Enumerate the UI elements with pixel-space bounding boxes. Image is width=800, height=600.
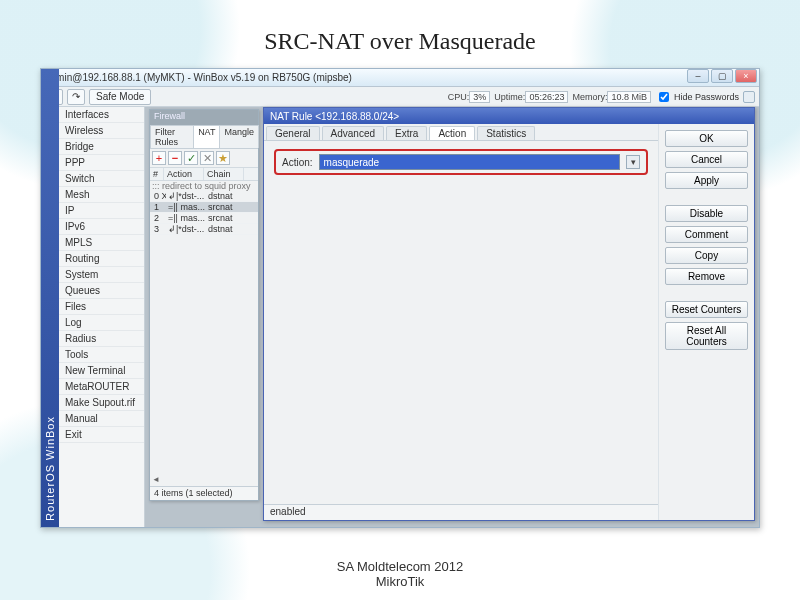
menu-item-switch[interactable]: Switch xyxy=(59,171,144,187)
ok-button[interactable]: OK xyxy=(665,130,748,147)
remove-rule-button[interactable]: − xyxy=(168,151,182,165)
nat-tab-statistics[interactable]: Statistics xyxy=(477,126,535,140)
firewall-comment-row: ::: redirect to squid proxy xyxy=(150,181,258,191)
comment-rule-button[interactable]: ★ xyxy=(216,151,230,165)
menu-item-files[interactable]: Files xyxy=(59,299,144,315)
nat-rule-window: NAT Rule <192.168.88.0/24> GeneralAdvanc… xyxy=(263,107,755,521)
firewall-tab-nat[interactable]: NAT xyxy=(193,125,220,148)
action-label: Action: xyxy=(282,157,313,168)
menu-item-queues[interactable]: Queues xyxy=(59,283,144,299)
firewall-tab-mangle[interactable]: Mangle xyxy=(219,125,259,148)
disable-button[interactable]: Disable xyxy=(665,205,748,222)
firewall-tabs: Filter RulesNATMangle xyxy=(150,125,258,149)
main-toolbar: ↶ ↷ Safe Mode CPU:3% Uptime:05:26:23 Mem… xyxy=(41,87,759,107)
menu-item-log[interactable]: Log xyxy=(59,315,144,331)
firewall-status: 4 items (1 selected) xyxy=(150,486,258,500)
firewall-window: Firewall Filter RulesNATMangle + − ✓ ✕ ★… xyxy=(149,109,259,501)
menu-item-ipv6[interactable]: IPv6 xyxy=(59,219,144,235)
scroll-left-icon[interactable]: ◄ xyxy=(152,475,160,484)
menu-item-routing[interactable]: Routing xyxy=(59,251,144,267)
nat-tab-general[interactable]: General xyxy=(266,126,320,140)
nat-rule-buttons: OK Cancel Apply Disable Comment Copy Rem… xyxy=(658,124,754,520)
minimize-button[interactable]: – xyxy=(687,69,709,83)
menu-item-bridge[interactable]: Bridge xyxy=(59,139,144,155)
winbox-window: admin@192.168.88.1 (MyMKT) - WinBox v5.1… xyxy=(40,68,760,528)
menu-item-system[interactable]: System xyxy=(59,267,144,283)
menu-item-manual[interactable]: Manual xyxy=(59,411,144,427)
menu-item-new-terminal[interactable]: New Terminal xyxy=(59,363,144,379)
menu-item-wireless[interactable]: Wireless xyxy=(59,123,144,139)
firewall-table-header: # Action Chain xyxy=(150,168,258,181)
cpu-stat: CPU:3% xyxy=(448,92,491,102)
disable-rule-button[interactable]: ✕ xyxy=(200,151,214,165)
table-row[interactable]: 1=|| mas...srcnat xyxy=(150,202,258,213)
uptime-stat: Uptime:05:26:23 xyxy=(494,92,568,102)
add-rule-button[interactable]: + xyxy=(152,151,166,165)
cancel-button[interactable]: Cancel xyxy=(665,151,748,168)
nat-tab-extra[interactable]: Extra xyxy=(386,126,427,140)
firewall-rows: 0 X↲|*dst-...dstnat1=|| mas...srcnat2=||… xyxy=(150,191,258,235)
nat-tab-action[interactable]: Action xyxy=(429,126,475,140)
slide-footer: SA Moldtelecom 2012 MikroTik xyxy=(0,559,800,590)
nat-rule-title: NAT Rule <192.168.88.0/24> xyxy=(264,108,754,124)
menu-item-make-supout-rif[interactable]: Make Supout.rif xyxy=(59,395,144,411)
vertical-brand-bar: RouterOS WinBox xyxy=(41,69,59,527)
titlebar: admin@192.168.88.1 (MyMKT) - WinBox v5.1… xyxy=(41,69,759,87)
menu-item-metarouter[interactable]: MetaROUTER xyxy=(59,379,144,395)
nat-rule-tabs: GeneralAdvancedExtraActionStatistics xyxy=(264,124,658,140)
menu-item-tools[interactable]: Tools xyxy=(59,347,144,363)
menu-item-exit[interactable]: Exit xyxy=(59,427,144,443)
enable-rule-button[interactable]: ✓ xyxy=(184,151,198,165)
menu-item-mesh[interactable]: Mesh xyxy=(59,187,144,203)
firewall-toolbar: + − ✓ ✕ ★ xyxy=(150,149,258,168)
menu-item-mpls[interactable]: MPLS xyxy=(59,235,144,251)
close-button[interactable]: × xyxy=(735,69,757,83)
slide-title: SRC-NAT over Masquerade xyxy=(0,28,800,55)
reset-counters-button[interactable]: Reset Counters xyxy=(665,301,748,318)
apply-button[interactable]: Apply xyxy=(665,172,748,189)
action-field-highlight: Action: masquerade ▾ xyxy=(274,149,648,175)
copy-button[interactable]: Copy xyxy=(665,247,748,264)
redo-button[interactable]: ↷ xyxy=(67,89,85,105)
firewall-title: Firewall xyxy=(150,110,258,125)
table-row[interactable]: 3↲|*dst-...dstnat xyxy=(150,224,258,235)
comment-button[interactable]: Comment xyxy=(665,226,748,243)
remove-button[interactable]: Remove xyxy=(665,268,748,285)
nat-rule-status: enabled xyxy=(264,504,658,520)
action-dropdown[interactable]: masquerade xyxy=(319,154,620,170)
firewall-tab-filter-rules[interactable]: Filter Rules xyxy=(150,125,194,148)
menu-item-ip[interactable]: IP xyxy=(59,203,144,219)
side-menu: InterfacesWirelessBridgePPPSwitchMeshIPI… xyxy=(59,107,145,527)
menu-item-ppp[interactable]: PPP xyxy=(59,155,144,171)
menu-item-interfaces[interactable]: Interfaces xyxy=(59,107,144,123)
window-title: admin@192.168.88.1 (MyMKT) - WinBox v5.1… xyxy=(45,72,352,83)
nat-tab-advanced[interactable]: Advanced xyxy=(322,126,384,140)
memory-stat: Memory:10.8 MiB xyxy=(572,92,651,102)
lock-icon[interactable] xyxy=(743,91,755,103)
table-row[interactable]: 0 X↲|*dst-...dstnat xyxy=(150,191,258,202)
safe-mode-button[interactable]: Safe Mode xyxy=(89,89,151,105)
nat-rule-content: Action: masquerade ▾ xyxy=(264,140,658,504)
table-row[interactable]: 2=|| mas...srcnat xyxy=(150,213,258,224)
reset-all-counters-button[interactable]: Reset All Counters xyxy=(665,322,748,350)
menu-item-radius[interactable]: Radius xyxy=(59,331,144,347)
workspace: Firewall Filter RulesNATMangle + − ✓ ✕ ★… xyxy=(145,107,759,527)
dropdown-arrow-icon[interactable]: ▾ xyxy=(626,155,640,169)
maximize-button[interactable]: ▢ xyxy=(711,69,733,83)
hide-passwords-checkbox[interactable]: Hide Passwords xyxy=(655,89,739,105)
